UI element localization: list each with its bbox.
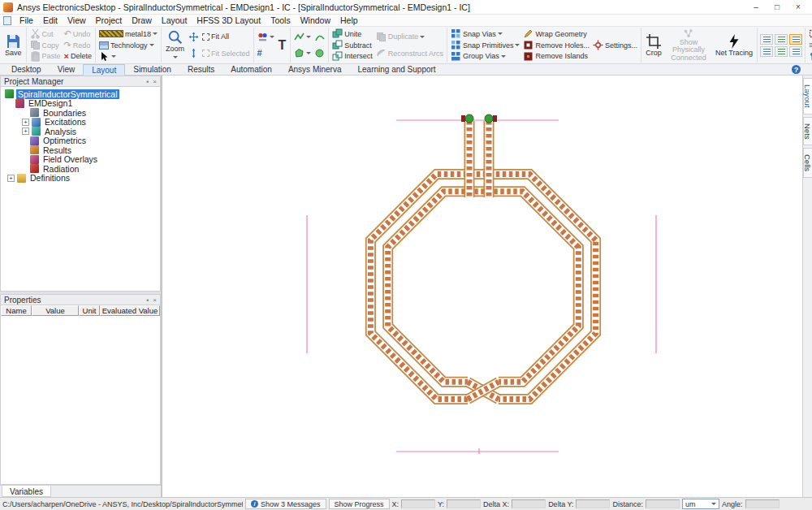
panel-pin-icon[interactable]: ▪ (146, 296, 149, 304)
panel-pin-icon[interactable]: ▪ (146, 78, 149, 85)
pan-vertical-button[interactable] (188, 48, 200, 59)
wrap-geometry-button[interactable]: Wrap Geometry (522, 28, 590, 40)
menu-view[interactable]: View (63, 15, 91, 25)
port-dot-right[interactable] (485, 115, 493, 123)
pin-groups-button[interactable]: Pin Groups (808, 50, 812, 62)
draw-arc-button[interactable] (313, 31, 326, 42)
layer-visibility-button-1[interactable] (760, 34, 773, 45)
show-messages-button[interactable]: i Show 3 Messages (245, 499, 326, 509)
tree-item-results[interactable]: Results (1, 145, 160, 155)
inductor-drawing[interactable] (162, 76, 801, 497)
undo-button[interactable]: ↶ Undo (63, 28, 93, 40)
menu-edit[interactable]: Edit (38, 15, 63, 25)
close-button[interactable]: × (788, 0, 809, 14)
delta-x-input[interactable] (512, 499, 546, 508)
duplicate-dropdown[interactable]: Duplicate (375, 31, 444, 42)
column-evaluated-value[interactable]: Evaluated Value (100, 305, 160, 316)
menu-tools[interactable]: Tools (266, 15, 296, 25)
layer-visibility-button-5[interactable] (775, 46, 788, 57)
tab-results[interactable]: Results (179, 64, 222, 76)
pan-button[interactable] (188, 31, 200, 42)
minimize-button[interactable]: – (745, 0, 767, 14)
inner-turn-trace[interactable] (388, 192, 579, 382)
tab-desktop[interactable]: Desktop (3, 64, 50, 76)
group-vias-dropdown[interactable]: Group Vias (450, 50, 521, 62)
snap-vias-dropdown[interactable]: Snap Vias (450, 28, 521, 40)
zoom-button[interactable]: Zoom (164, 28, 186, 62)
subtract-button[interactable]: Subtract (331, 40, 374, 51)
delta-y-input[interactable] (576, 499, 610, 508)
tab-simulation[interactable]: Simulation (125, 64, 179, 76)
panel-close-icon[interactable]: × (153, 296, 157, 304)
y-coordinate-input[interactable] (447, 499, 481, 508)
cut-button[interactable]: Cut (29, 28, 62, 40)
expand-icon[interactable]: + (7, 175, 15, 182)
layer-visibility-button-4[interactable] (760, 46, 773, 57)
expand-icon[interactable]: + (22, 128, 29, 135)
side-tab-layout[interactable]: Layout (803, 78, 812, 115)
tree-item-radiation[interactable]: Radiation (1, 164, 160, 174)
color-settings-dropdown[interactable] (257, 31, 275, 42)
draw-circle-button[interactable] (313, 48, 326, 59)
unite-button[interactable]: Unite (331, 28, 374, 40)
crop-button[interactable]: Crop (644, 28, 663, 62)
column-unit[interactable]: Unit (79, 305, 100, 316)
help-icon[interactable]: ? (792, 65, 801, 74)
snap-primitives-dropdown[interactable]: Snap Primitives (450, 40, 521, 51)
draw-polygon-button[interactable] (293, 48, 312, 59)
tree-item-optimetrics[interactable]: Optimetrics (1, 136, 160, 146)
settings-button[interactable]: Settings... (592, 40, 638, 51)
layer-visibility-button-6[interactable] (789, 46, 802, 57)
layer-visibility-button-2[interactable] (775, 34, 788, 45)
column-name[interactable]: Name (1, 305, 32, 316)
tab-learning-and-support[interactable]: Learning and Support (349, 64, 443, 76)
layout-canvas[interactable] (162, 76, 802, 497)
layer-visibility-button-3[interactable] (789, 34, 802, 45)
copy-button[interactable]: Copy (29, 40, 62, 51)
tree-item-boundaries[interactable]: Boundaries (1, 108, 160, 118)
side-tab-nets[interactable]: Nets (803, 117, 812, 146)
draw-line-button[interactable] (293, 31, 312, 42)
show-physically-connected-button[interactable]: Show Physically Connected (665, 28, 712, 62)
menu-window[interactable]: Window (296, 15, 335, 25)
tab-ansys-minerva[interactable]: Ansys Minerva (280, 64, 350, 76)
tab-variables[interactable]: Variables (2, 486, 51, 497)
port-dot-left[interactable] (465, 115, 473, 123)
tab-layout[interactable]: Layout (83, 64, 125, 76)
tab-automation[interactable]: Automation (222, 64, 280, 76)
tree-item-definitions[interactable]: + Definitions (1, 174, 160, 184)
x-coordinate-input[interactable] (401, 499, 435, 508)
distance-input[interactable] (646, 499, 680, 508)
menu-draw[interactable]: Draw (127, 15, 157, 25)
expand-icon[interactable]: + (22, 119, 29, 126)
menu-file[interactable]: File (15, 15, 38, 25)
panel-close-icon[interactable]: × (153, 78, 157, 85)
save-button[interactable]: Save (3, 28, 24, 62)
menu-project[interactable]: Project (91, 15, 127, 25)
menu-layout[interactable]: Layout (157, 15, 192, 25)
redo-button[interactable]: ↷ Redo (63, 40, 93, 51)
menu-help[interactable]: Help (335, 15, 363, 25)
remove-holes-button[interactable]: Remove Holes... (522, 40, 590, 51)
active-layer-dropdown[interactable]: metal18 (98, 28, 158, 40)
remove-islands-button[interactable]: Remove Islands (522, 50, 590, 62)
angle-input[interactable] (745, 499, 780, 508)
maximize-button[interactable]: □ (767, 0, 788, 14)
tab-view[interactable]: View (50, 64, 84, 76)
menu-hfss-3d-layout[interactable]: HFSS 3D Layout (192, 15, 266, 25)
tree-item-field-overlays[interactable]: Field Overlays (1, 155, 160, 165)
properties-table-body[interactable] (0, 316, 161, 485)
hfss-extents-dropdown[interactable]: HFSS Extents (808, 28, 812, 40)
fit-all-button[interactable]: Fit All (201, 31, 251, 42)
select-tool-button[interactable] (98, 50, 158, 62)
text-tool-button[interactable]: T (277, 28, 288, 62)
paste-button[interactable]: Paste (29, 50, 62, 62)
reconstruct-arcs-button[interactable]: Reconstruct Arcs (375, 48, 444, 59)
show-progress-button[interactable]: Show Progress (329, 499, 390, 509)
outer-turn-trace[interactable] (370, 174, 595, 399)
column-value[interactable]: Value (32, 305, 79, 316)
net-tracing-button[interactable]: Net Tracing (714, 28, 754, 62)
side-tab-cells[interactable]: Cells (803, 148, 812, 178)
tree-item-excitations[interactable]: + Excitations (1, 118, 160, 128)
delete-button[interactable]: × Delete (63, 50, 93, 62)
